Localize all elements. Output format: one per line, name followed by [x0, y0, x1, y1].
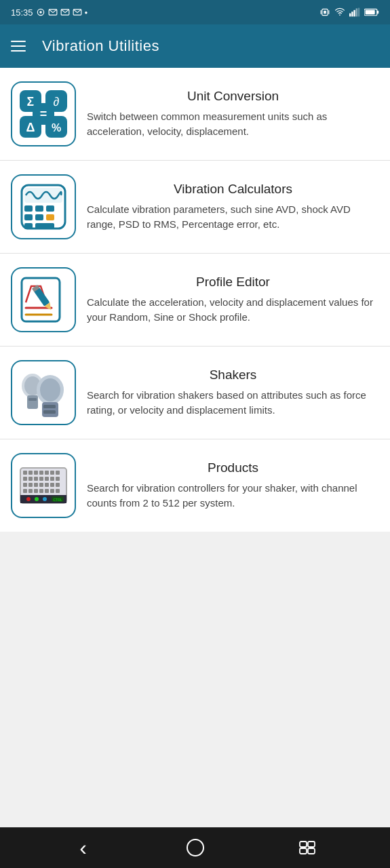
svg-rect-55 [43, 405, 56, 408]
svg-rect-8 [324, 11, 326, 14]
status-icons-area [319, 7, 379, 17]
hamburger-line-1 [11, 41, 26, 42]
svg-rect-84 [39, 489, 43, 493]
svg-rect-56 [43, 410, 56, 414]
svg-rect-79 [50, 483, 54, 487]
svg-rect-12 [353, 10, 355, 17]
svg-rect-10 [349, 14, 351, 17]
svg-rect-71 [45, 477, 49, 481]
shakers-desc: Search for vibration shakers based on at… [87, 388, 379, 418]
svg-rect-66 [56, 471, 60, 475]
svg-rect-87 [56, 489, 60, 493]
shakers-card[interactable]: Shakers Search for vibration shakers bas… [0, 347, 390, 439]
vibration-icon [319, 7, 330, 17]
svg-rect-51 [28, 398, 37, 401]
svg-rect-64 [45, 471, 49, 475]
svg-rect-69 [34, 477, 38, 481]
home-button[interactable] [175, 833, 216, 863]
products-icon-wrapper: CTRL [11, 453, 76, 518]
svg-rect-74 [23, 483, 27, 487]
products-icon: CTRL [16, 458, 71, 513]
vibration-calculators-icon-wrapper [11, 174, 76, 239]
svg-rect-34 [46, 205, 54, 212]
unit-conversion-icon: Σ ∂ = Δ % [16, 87, 71, 141]
svg-text:CTRL: CTRL [53, 498, 62, 502]
svg-rect-33 [35, 205, 43, 212]
status-bar: 15:35 ● [0, 0, 390, 24]
unit-conversion-icon-wrapper: Σ ∂ = Δ % [11, 81, 76, 146]
main-content: Σ ∂ = Δ % Unit Conversion Switch [0, 68, 390, 827]
svg-rect-54 [42, 402, 58, 417]
signal-icon [349, 7, 360, 17]
shakers-icon [16, 366, 71, 420]
svg-text:%: % [52, 122, 61, 134]
products-text: Products Search for vibration controller… [87, 460, 379, 511]
products-desc: Search for vibration controllers for you… [87, 481, 379, 511]
vibration-calculators-title: Vibration Calculators [87, 182, 379, 197]
svg-point-9 [339, 14, 340, 16]
svg-rect-95 [300, 842, 307, 847]
svg-rect-32 [24, 205, 33, 212]
profile-editor-icon-wrapper [11, 267, 76, 332]
hamburger-menu-button[interactable] [11, 41, 26, 52]
svg-rect-39 [35, 223, 54, 229]
svg-rect-6 [328, 10, 329, 14]
svg-rect-75 [28, 483, 33, 487]
unit-conversion-card[interactable]: Σ ∂ = Δ % Unit Conversion Switch [0, 68, 390, 161]
svg-rect-98 [308, 848, 315, 854]
profile-editor-card[interactable]: Profile Editor Calculate the acceleratio… [0, 254, 390, 347]
svg-rect-67 [23, 477, 27, 481]
svg-rect-35 [24, 214, 33, 220]
svg-rect-73 [56, 477, 60, 481]
svg-rect-36 [35, 214, 43, 220]
app-bar: Vibration Utilities [0, 24, 390, 68]
svg-rect-31 [24, 188, 62, 203]
svg-rect-80 [56, 483, 60, 487]
svg-rect-60 [23, 471, 27, 475]
mail-icon-2 [60, 7, 70, 17]
hamburger-line-3 [11, 50, 26, 52]
bottom-nav-bar: ‹ [0, 827, 390, 868]
vibration-calculators-card[interactable]: Vibration Calculators Calculate vibratio… [0, 161, 390, 254]
products-card[interactable]: CTRL Products Search for vibration contr… [0, 439, 390, 532]
svg-rect-78 [45, 483, 49, 487]
svg-rect-97 [300, 848, 307, 854]
shakers-title: Shakers [87, 368, 379, 382]
svg-point-91 [43, 497, 47, 501]
svg-point-89 [26, 497, 31, 501]
mail-icon-1 [48, 7, 58, 17]
app-title: Vibration Utilities [42, 37, 159, 55]
svg-rect-83 [34, 489, 38, 493]
svg-rect-14 [358, 8, 359, 17]
wifi-icon [334, 7, 345, 17]
svg-rect-38 [24, 223, 33, 229]
svg-text:∂: ∂ [54, 95, 60, 108]
unit-conversion-desc: Switch between common measurement units … [87, 109, 379, 139]
home-circle-icon [186, 838, 205, 857]
svg-rect-76 [34, 483, 38, 487]
shakers-icon-wrapper [11, 360, 76, 425]
svg-point-90 [35, 497, 39, 501]
back-button[interactable]: ‹ [63, 833, 104, 863]
svg-point-1 [39, 11, 42, 14]
products-title: Products [87, 460, 379, 475]
recent-apps-button[interactable] [287, 833, 328, 863]
notification-dot: ● [85, 9, 88, 16]
svg-rect-61 [28, 471, 33, 475]
unit-conversion-title: Unit Conversion [87, 89, 379, 104]
svg-rect-85 [45, 489, 49, 493]
svg-point-53 [40, 378, 60, 401]
svg-rect-68 [28, 477, 33, 481]
svg-rect-37 [46, 214, 54, 220]
svg-rect-77 [39, 483, 43, 487]
unit-conversion-text: Unit Conversion Switch between common me… [87, 89, 379, 139]
profile-editor-desc: Calculate the acceleration, velocity and… [87, 295, 379, 325]
mail-icon-3 [73, 7, 82, 17]
svg-rect-82 [28, 489, 33, 493]
content-spacer [0, 532, 390, 586]
svg-rect-5 [321, 10, 321, 14]
vibration-calculators-icon [16, 180, 71, 234]
svg-rect-86 [50, 489, 54, 493]
status-time: 15:35 [11, 7, 33, 18]
profile-editor-icon [16, 273, 71, 327]
